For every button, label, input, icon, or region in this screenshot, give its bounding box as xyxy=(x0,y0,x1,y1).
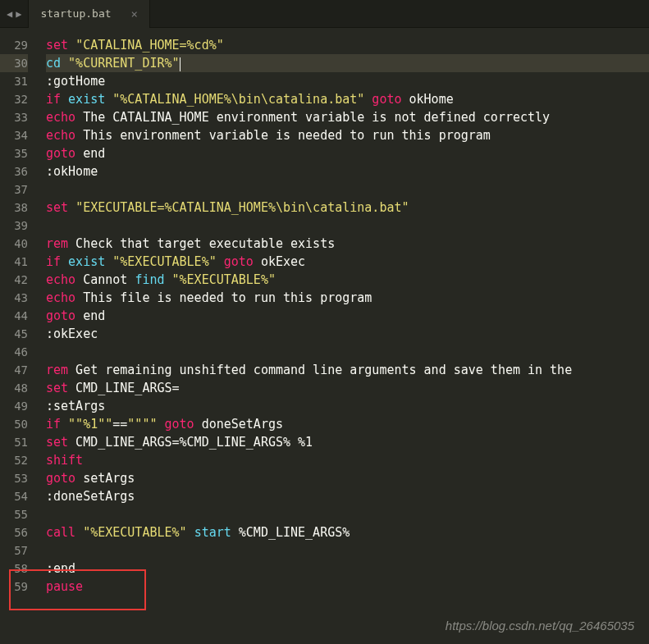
line-number: 44 xyxy=(0,307,28,325)
line-number-gutter: 2930313233343536373839404142434445464748… xyxy=(0,28,36,644)
code-line[interactable]: echo This environment variable is needed… xyxy=(46,126,649,144)
code-line[interactable]: pause xyxy=(46,578,649,596)
code-line[interactable]: set "EXECUTABLE=%CATALINA_HOME%\bin\cata… xyxy=(46,199,649,217)
line-number: 37 xyxy=(0,180,28,199)
nav-arrows: ◀ ▶ xyxy=(0,8,28,20)
line-number: 59 xyxy=(0,578,28,596)
code-line[interactable]: if exist "%CATALINA_HOME%\bin\catalina.b… xyxy=(46,90,649,108)
line-number: 58 xyxy=(0,560,28,578)
line-number: 49 xyxy=(0,397,28,415)
code-line[interactable] xyxy=(46,180,649,199)
line-number: 43 xyxy=(0,289,28,307)
line-number: 42 xyxy=(0,271,28,289)
nav-next-icon[interactable]: ▶ xyxy=(16,8,21,20)
code-line[interactable] xyxy=(46,343,649,361)
code-line[interactable]: :gotHome xyxy=(46,72,649,90)
line-number: 53 xyxy=(0,469,28,487)
line-number: 47 xyxy=(0,361,28,379)
line-number: 33 xyxy=(0,108,28,126)
code-line[interactable]: call "%EXECUTABLE%" start %CMD_LINE_ARGS… xyxy=(46,523,649,541)
nav-prev-icon[interactable]: ◀ xyxy=(7,8,12,20)
line-number: 32 xyxy=(0,90,28,108)
line-number: 40 xyxy=(0,235,28,253)
code-line[interactable]: goto setArgs xyxy=(46,469,649,487)
line-number: 55 xyxy=(0,505,28,523)
code-line[interactable]: shift xyxy=(46,451,649,469)
code-line[interactable]: goto end xyxy=(46,307,649,325)
code-line[interactable]: echo Cannot find "%EXECUTABLE%" xyxy=(46,271,649,289)
line-number: 36 xyxy=(0,162,28,180)
editor[interactable]: 2930313233343536373839404142434445464748… xyxy=(0,28,649,644)
code-line[interactable]: echo The CATALINA_HOME environment varia… xyxy=(46,108,649,126)
code-line[interactable]: set CMD_LINE_ARGS= xyxy=(46,379,649,397)
line-number: 51 xyxy=(0,433,28,451)
code-line[interactable] xyxy=(46,217,649,235)
code-line[interactable]: set "CATALINA_HOME=%cd%" xyxy=(46,36,649,54)
code-line[interactable]: rem Check that target executable exists xyxy=(46,235,649,253)
tab-filename: startup.bat xyxy=(40,7,111,20)
code-line[interactable]: :okHome xyxy=(46,162,649,180)
line-number: 52 xyxy=(0,451,28,469)
code-line[interactable]: :setArgs xyxy=(46,397,649,415)
line-number: 34 xyxy=(0,126,28,144)
close-icon[interactable]: × xyxy=(131,7,138,21)
line-number: 57 xyxy=(0,541,28,560)
file-tab[interactable]: startup.bat × xyxy=(28,0,150,28)
code-line[interactable]: rem Get remaining unshifted command line… xyxy=(46,361,649,379)
code-line[interactable]: echo This file is needed to run this pro… xyxy=(46,289,649,307)
line-number: 31 xyxy=(0,72,28,90)
code-line[interactable]: set CMD_LINE_ARGS=%CMD_LINE_ARGS% %1 xyxy=(46,433,649,451)
line-number: 38 xyxy=(0,199,28,217)
code-line[interactable]: :doneSetArgs xyxy=(46,487,649,505)
line-number: 30 xyxy=(0,54,28,72)
line-number: 39 xyxy=(0,217,28,235)
code-line[interactable]: cd "%CURRENT_DIR%" xyxy=(46,54,649,72)
code-line[interactable] xyxy=(46,541,649,560)
text-cursor xyxy=(180,57,181,71)
line-number: 35 xyxy=(0,144,28,162)
line-number: 54 xyxy=(0,487,28,505)
line-number: 48 xyxy=(0,379,28,397)
code-line[interactable]: goto end xyxy=(46,144,649,162)
code-area[interactable]: set "CATALINA_HOME=%cd%"cd "%CURRENT_DIR… xyxy=(36,28,649,644)
watermark-text: https://blog.csdn.net/qq_26465035 xyxy=(446,619,634,633)
line-number: 45 xyxy=(0,325,28,343)
code-line[interactable]: if exist "%EXECUTABLE%" goto okExec xyxy=(46,253,649,271)
code-line[interactable]: if ""%1""=="""" goto doneSetArgs xyxy=(46,415,649,433)
line-number: 46 xyxy=(0,343,28,361)
line-number: 41 xyxy=(0,253,28,271)
tab-bar: ◀ ▶ startup.bat × xyxy=(0,0,649,28)
line-number: 56 xyxy=(0,523,28,541)
code-line[interactable] xyxy=(46,505,649,523)
line-number: 50 xyxy=(0,415,28,433)
code-line[interactable]: :okExec xyxy=(46,325,649,343)
code-line[interactable]: :end xyxy=(46,560,649,578)
line-number: 29 xyxy=(0,36,28,54)
